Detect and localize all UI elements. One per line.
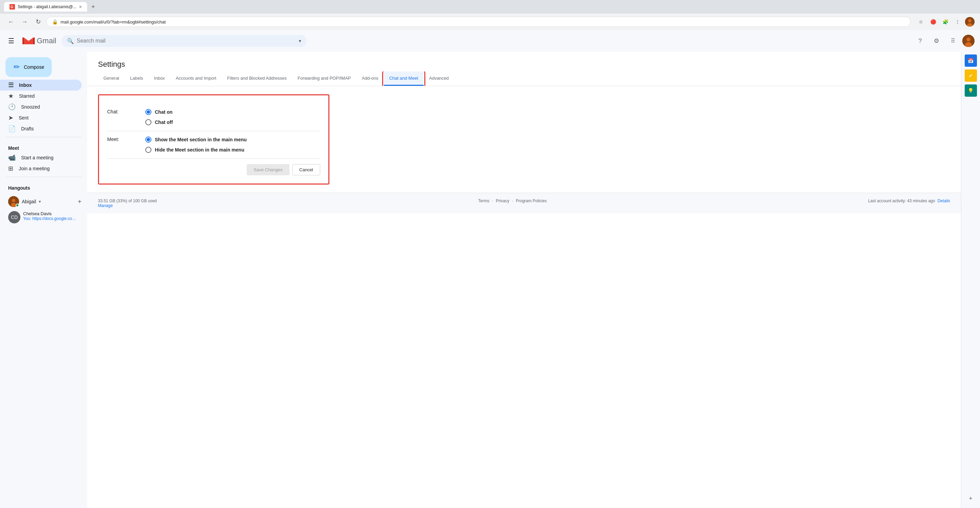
tab-forwarding[interactable]: Forwarding and POP/IMAP [292,72,356,86]
keep-icon[interactable]: 💡 [965,84,977,97]
contact-name-chelsea: Chelsea Davis [23,211,82,216]
help-icon[interactable]: ? [913,34,927,48]
tab-filters[interactable]: Filters and Blocked Addresses [222,72,292,86]
tab-favicon: G [10,4,15,10]
terms-link[interactable]: Terms [478,199,489,208]
footer-dot-1: · [492,199,493,208]
forward-button[interactable]: → [19,16,30,27]
details-link[interactable]: Details [937,199,950,203]
settings-icon[interactable]: ⚙ [930,34,943,48]
inbox-icon: ☰ [8,81,14,89]
footer-links: Terms · Privacy · Program Policies [478,199,546,208]
settings-title: Settings [87,52,961,69]
save-changes-button[interactable]: Save Changes [247,164,289,175]
chat-meet-panel: Chat: Chat on Chat off [98,94,329,185]
svg-text:G: G [11,5,13,9]
hangouts-section: Abigail ▾ + CD Chelsea Davis You: https:… [0,192,87,228]
extensions-icon[interactable]: 🧩 [940,17,950,27]
meet-show-radio[interactable] [145,137,151,143]
meet-section-label: Meet [0,140,87,152]
gmail-topbar: ☰ Gmail 🔍 ▾ ? ⚙ ⠿ [0,30,980,52]
meet-hide-option[interactable]: Hide the Meet section in the main menu [145,147,247,153]
tab-inbox[interactable]: Inbox [149,72,170,86]
meet-settings-row: Meet: Show the Meet section in the main … [107,131,320,159]
chat-on-radio[interactable] [145,109,151,115]
compose-plus-icon: ✏ [14,63,20,72]
svg-rect-5 [22,37,24,44]
add-icon[interactable]: + [964,492,978,505]
hangouts-user[interactable]: Abigail ▾ + [8,195,82,209]
tab-labels[interactable]: Labels [124,72,148,86]
tasks-icon[interactable]: ✔ [965,70,977,82]
compose-button[interactable]: ✏ Compose [5,57,52,77]
nav-icons-right: ☆ 🔴 🧩 ⋮ [916,17,975,27]
sidebar-label-join-meeting: Join a meeting [19,166,50,171]
sidebar-item-starred[interactable]: ★ Starred [0,91,82,102]
tab-close-button[interactable]: × [79,4,82,10]
sidebar-divider [5,137,82,137]
compose-label: Compose [24,64,44,70]
hamburger-menu[interactable]: ☰ [5,34,17,48]
sidebar-label-snoozed: Snoozed [21,104,40,110]
sidebar-label-sent: Sent [19,115,29,121]
chat-settings-row: Chat: Chat on Chat off [107,104,320,131]
contact-info-chelsea: Chelsea Davis You: https://docs.google.c… [23,211,82,221]
drafts-icon: 📄 [8,125,16,132]
chat-on-option[interactable]: Chat on [145,109,173,115]
chat-off-option[interactable]: Chat off [145,119,173,125]
profile-picture[interactable] [965,17,975,27]
account-icon[interactable]: ⋮ [953,17,962,27]
right-sidebar-add[interactable]: + [964,492,978,505]
hangout-contact-chelsea[interactable]: CD Chelsea Davis You: https://docs.googl… [8,209,82,226]
apps-icon[interactable]: ⠿ [946,34,959,48]
refresh-button[interactable]: ↻ [33,16,43,27]
svg-point-11 [12,199,15,202]
sidebar-item-join-meeting[interactable]: ⊞ Join a meeting [0,163,82,174]
search-input[interactable] [76,38,296,44]
meet-show-option[interactable]: Show the Meet section in the main menu [145,137,247,143]
sidebar-item-snoozed[interactable]: 🕐 Snoozed [0,102,82,112]
footer-activity: Last account activity: 43 minutes ago De… [868,199,950,208]
online-status-dot [16,204,19,207]
snoozed-icon: 🕐 [8,103,16,111]
new-tab-button[interactable]: + [91,3,95,11]
star-icon[interactable]: ☆ [916,17,926,27]
svg-point-3 [968,19,972,22]
footer-dot-2: · [512,199,513,208]
sent-icon: ➤ [8,114,13,121]
calendar-icon[interactable]: 📅 [965,54,977,67]
meet-hide-radio[interactable] [145,147,151,153]
address-text: mail.google.com/mail/u/0/?tab=rm&ogbl#se… [60,19,905,24]
tab-addons[interactable]: Add-ons [356,72,383,86]
tab-advanced[interactable]: Advanced [424,72,454,86]
hangouts-add-button[interactable]: + [78,198,82,205]
privacy-link[interactable]: Privacy [496,199,509,208]
chat-off-radio[interactable] [145,119,151,125]
policies-link[interactable]: Program Policies [516,199,547,208]
contact-link-chelsea[interactable]: https://docs.google.com/docume [32,216,78,221]
sidebar-item-drafts[interactable]: 📄 Drafts [0,123,82,134]
tab-general[interactable]: General [98,72,124,86]
address-bar[interactable]: 🔒 mail.google.com/mail/u/0/?tab=rm&ogbl#… [46,17,911,27]
manage-label[interactable]: Manage [98,203,157,208]
meet-options: Show the Meet section in the main menu H… [145,137,247,153]
search-bar[interactable]: 🔍 ▾ [62,35,307,47]
browser-tab[interactable]: G Settings - abigail.t.abesamis@... × [4,2,87,11]
sidebar-divider-2 [5,177,82,177]
sidebar-item-sent[interactable]: ➤ Sent [0,112,82,123]
notification-icon[interactable]: 🔴 [928,17,938,27]
right-sidebar: 📅 ✔ 💡 + [961,52,980,508]
back-button[interactable]: ← [5,16,16,27]
tab-accounts-import[interactable]: Accounts and Import [170,72,221,86]
cancel-button[interactable]: Cancel [292,164,320,175]
hangouts-dropdown-icon[interactable]: ▾ [39,199,41,204]
contact-msg-chelsea: You: https://docs.google.com/docume [23,216,78,221]
hangouts-avatar [8,196,19,207]
tab-chat-meet[interactable]: Chat and Meet [384,72,424,86]
search-dropdown-icon[interactable]: ▾ [299,38,301,44]
grid-icon: ⊞ [8,165,13,172]
sidebar-item-inbox[interactable]: ☰ Inbox [0,80,82,91]
meet-hide-label: Hide the Meet section in the main menu [155,147,244,153]
sidebar-item-start-meeting[interactable]: 📹 Start a meeting [0,152,82,163]
user-avatar[interactable] [962,35,975,47]
